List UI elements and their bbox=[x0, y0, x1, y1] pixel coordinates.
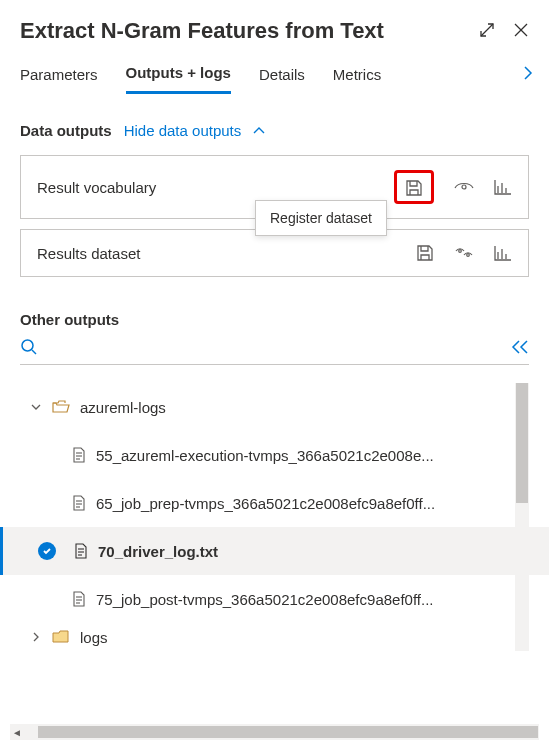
page-title: Extract N-Gram Features from Text bbox=[20, 18, 479, 44]
register-dataset-tooltip: Register dataset bbox=[255, 200, 387, 236]
folder-label: logs bbox=[80, 629, 108, 646]
file-label: 70_driver_log.txt bbox=[98, 543, 218, 560]
file-row[interactable]: 75_job_post-tvmps_366a5021c2e008efc9a8ef… bbox=[0, 575, 549, 623]
output-result-vocabulary: Result vocabulary Register dataset bbox=[20, 155, 529, 219]
expand-icon[interactable] bbox=[479, 22, 495, 38]
scrollbar-thumb[interactable] bbox=[38, 726, 538, 738]
file-row-selected[interactable]: 70_driver_log.txt bbox=[0, 527, 549, 575]
scrollbar-thumb[interactable] bbox=[516, 383, 528, 503]
folder-open-icon bbox=[52, 400, 70, 414]
file-label: 75_job_post-tvmps_366a5021c2e008efc9a8ef… bbox=[96, 591, 434, 608]
tab-metrics[interactable]: Metrics bbox=[333, 66, 381, 93]
data-outputs-heading: Data outputs bbox=[20, 122, 112, 139]
close-icon[interactable] bbox=[513, 22, 529, 38]
svg-point-3 bbox=[22, 340, 33, 351]
horizontal-scrollbar[interactable]: ◄ bbox=[10, 724, 539, 740]
file-tree: azureml-logs 55_azureml-execution-tvmps_… bbox=[0, 383, 549, 683]
folder-azureml-logs[interactable]: azureml-logs bbox=[0, 383, 549, 431]
register-dataset-button[interactable] bbox=[416, 244, 434, 262]
file-icon bbox=[72, 591, 86, 607]
file-row[interactable]: 55_azureml-execution-tvmps_366a5021c2e00… bbox=[0, 431, 549, 479]
hide-data-outputs-link[interactable]: Hide data outputs bbox=[124, 122, 242, 139]
file-label: 55_azureml-execution-tvmps_366a5021c2e00… bbox=[96, 447, 434, 464]
file-label: 65_job_prep-tvmps_366a5021c2e008efc9a8ef… bbox=[96, 495, 435, 512]
output-results-dataset: Results dataset bbox=[20, 229, 529, 277]
chevron-down-icon bbox=[30, 401, 42, 413]
save-icon bbox=[416, 244, 434, 262]
output-label: Results dataset bbox=[37, 245, 140, 262]
output-label: Result vocabulary bbox=[37, 179, 156, 196]
visualize-icon[interactable] bbox=[494, 245, 512, 261]
tabs-scroll-right-icon[interactable] bbox=[521, 66, 535, 80]
svg-point-0 bbox=[462, 185, 466, 189]
file-icon bbox=[74, 543, 88, 559]
register-dataset-button[interactable] bbox=[394, 170, 434, 204]
preview-icon[interactable] bbox=[454, 246, 474, 260]
scroll-left-arrow[interactable]: ◄ bbox=[10, 727, 24, 738]
svg-point-2 bbox=[467, 254, 470, 257]
tab-outputs[interactable]: Outputs + logs bbox=[126, 64, 231, 94]
file-row[interactable]: 65_job_prep-tvmps_366a5021c2e008efc9a8ef… bbox=[0, 479, 549, 527]
tab-parameters[interactable]: Parameters bbox=[20, 66, 98, 93]
search-icon[interactable] bbox=[20, 338, 38, 356]
visualize-icon[interactable] bbox=[494, 179, 512, 195]
collapse-left-icon[interactable] bbox=[511, 340, 529, 354]
folder-logs[interactable]: logs bbox=[0, 623, 549, 651]
vertical-scrollbar[interactable] bbox=[515, 383, 529, 651]
chevron-up-icon[interactable] bbox=[253, 125, 265, 137]
folder-label: azureml-logs bbox=[80, 399, 166, 416]
file-icon bbox=[72, 447, 86, 463]
other-outputs-heading: Other outputs bbox=[0, 287, 549, 338]
folder-icon bbox=[52, 630, 70, 644]
tab-bar: Parameters Outputs + logs Details Metric… bbox=[0, 52, 549, 94]
tab-details[interactable]: Details bbox=[259, 66, 305, 93]
svg-point-1 bbox=[459, 250, 462, 253]
selected-check-icon bbox=[38, 542, 56, 560]
chevron-right-icon bbox=[30, 631, 42, 643]
save-icon bbox=[405, 179, 423, 197]
preview-icon[interactable] bbox=[454, 180, 474, 194]
file-icon bbox=[72, 495, 86, 511]
